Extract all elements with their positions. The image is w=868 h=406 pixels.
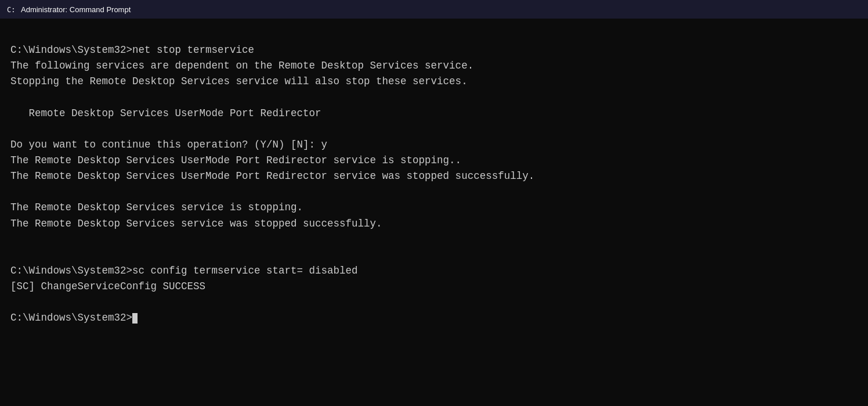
title-bar-label: Administrator: Command Prompt <box>21 5 131 14</box>
cmd-icon: C:\ <box>6 4 16 15</box>
title-bar: C:\ Administrator: Command Prompt <box>0 0 868 19</box>
cursor <box>132 313 138 324</box>
terminal-body[interactable]: C:\Windows\System32>net stop termservice… <box>0 19 868 406</box>
svg-text:C:\: C:\ <box>7 6 16 14</box>
